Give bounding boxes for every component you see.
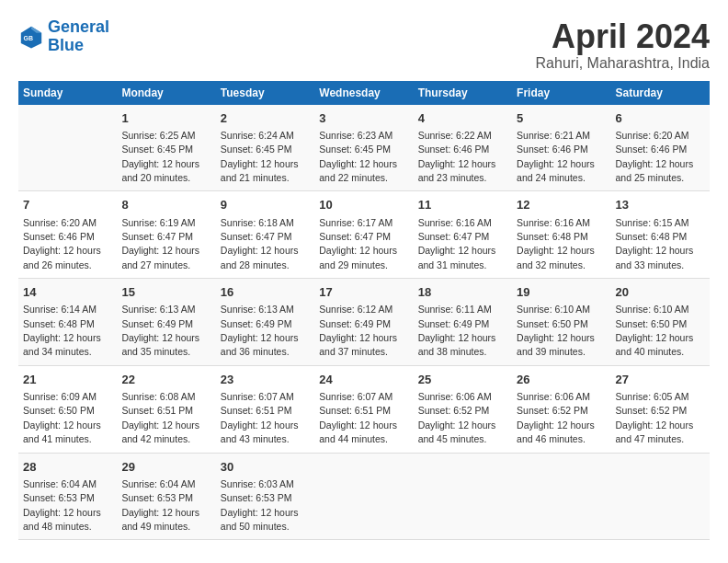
day-number: 8 xyxy=(121,197,210,213)
day-number: 2 xyxy=(221,110,310,127)
day-info: Sunrise: 6:22 AM Sunset: 6:46 PM Dayligh… xyxy=(418,130,496,183)
day-info: Sunrise: 6:06 AM Sunset: 6:52 PM Dayligh… xyxy=(418,391,496,444)
logo-icon: GB xyxy=(18,24,44,50)
day-cell xyxy=(18,105,117,191)
day-cell: 26Sunrise: 6:06 AM Sunset: 6:52 PM Dayli… xyxy=(512,365,610,453)
day-cell: 4Sunrise: 6:22 AM Sunset: 6:46 PM Daylig… xyxy=(414,105,512,191)
day-info: Sunrise: 6:04 AM Sunset: 6:53 PM Dayligh… xyxy=(23,478,101,532)
day-info: Sunrise: 6:07 AM Sunset: 6:51 PM Dayligh… xyxy=(319,391,397,444)
day-info: Sunrise: 6:19 AM Sunset: 6:47 PM Dayligh… xyxy=(121,217,199,270)
day-info: Sunrise: 6:08 AM Sunset: 6:51 PM Dayligh… xyxy=(121,391,199,444)
header-cell-thursday: Thursday xyxy=(414,81,512,105)
svg-text:GB: GB xyxy=(24,35,33,41)
page-header: GB General Blue April 2024 Rahuri, Mahar… xyxy=(18,18,710,72)
day-number: 17 xyxy=(319,284,408,301)
day-info: Sunrise: 6:21 AM Sunset: 6:46 PM Dayligh… xyxy=(517,130,595,183)
day-cell: 23Sunrise: 6:07 AM Sunset: 6:51 PM Dayli… xyxy=(216,365,314,453)
day-info: Sunrise: 6:13 AM Sunset: 6:49 PM Dayligh… xyxy=(121,304,199,357)
day-cell: 14Sunrise: 6:14 AM Sunset: 6:48 PM Dayli… xyxy=(18,279,117,366)
day-cell xyxy=(414,453,512,540)
page-title: April 2024 xyxy=(536,18,710,55)
day-cell: 15Sunrise: 6:13 AM Sunset: 6:49 PM Dayli… xyxy=(117,279,215,366)
day-info: Sunrise: 6:05 AM Sunset: 6:52 PM Dayligh… xyxy=(616,391,694,444)
day-number: 16 xyxy=(221,284,310,301)
header-cell-wednesday: Wednesday xyxy=(314,81,413,105)
day-number: 12 xyxy=(517,197,606,213)
day-cell: 18Sunrise: 6:11 AM Sunset: 6:49 PM Dayli… xyxy=(414,279,512,366)
day-cell: 9Sunrise: 6:18 AM Sunset: 6:47 PM Daylig… xyxy=(216,191,314,279)
header-row: SundayMondayTuesdayWednesdayThursdayFrid… xyxy=(18,81,710,105)
day-info: Sunrise: 6:12 AM Sunset: 6:49 PM Dayligh… xyxy=(319,304,397,357)
day-info: Sunrise: 6:06 AM Sunset: 6:52 PM Dayligh… xyxy=(517,391,595,444)
day-cell: 13Sunrise: 6:15 AM Sunset: 6:48 PM Dayli… xyxy=(611,191,710,279)
day-info: Sunrise: 6:20 AM Sunset: 6:46 PM Dayligh… xyxy=(23,217,101,270)
day-info: Sunrise: 6:09 AM Sunset: 6:50 PM Dayligh… xyxy=(23,391,101,444)
day-info: Sunrise: 6:17 AM Sunset: 6:47 PM Dayligh… xyxy=(319,217,397,270)
day-info: Sunrise: 6:10 AM Sunset: 6:50 PM Dayligh… xyxy=(517,304,595,357)
day-cell: 29Sunrise: 6:04 AM Sunset: 6:53 PM Dayli… xyxy=(117,453,215,540)
day-cell: 21Sunrise: 6:09 AM Sunset: 6:50 PM Dayli… xyxy=(18,365,117,453)
day-cell: 27Sunrise: 6:05 AM Sunset: 6:52 PM Dayli… xyxy=(611,365,710,453)
header-cell-friday: Friday xyxy=(512,81,610,105)
day-number: 27 xyxy=(616,372,705,388)
day-cell: 25Sunrise: 6:06 AM Sunset: 6:52 PM Dayli… xyxy=(414,365,512,453)
day-cell: 16Sunrise: 6:13 AM Sunset: 6:49 PM Dayli… xyxy=(216,279,314,366)
week-row-3: 14Sunrise: 6:14 AM Sunset: 6:48 PM Dayli… xyxy=(18,279,710,366)
day-number: 1 xyxy=(121,110,210,127)
day-number: 22 xyxy=(121,372,210,388)
day-number: 4 xyxy=(418,110,507,127)
day-cell: 22Sunrise: 6:08 AM Sunset: 6:51 PM Dayli… xyxy=(117,365,215,453)
day-cell: 3Sunrise: 6:23 AM Sunset: 6:45 PM Daylig… xyxy=(314,105,413,191)
day-info: Sunrise: 6:18 AM Sunset: 6:47 PM Dayligh… xyxy=(221,217,299,270)
day-info: Sunrise: 6:15 AM Sunset: 6:48 PM Dayligh… xyxy=(616,217,694,270)
day-cell: 5Sunrise: 6:21 AM Sunset: 6:46 PM Daylig… xyxy=(512,105,610,191)
logo-text: General Blue xyxy=(48,18,109,55)
day-info: Sunrise: 6:25 AM Sunset: 6:45 PM Dayligh… xyxy=(121,130,199,183)
day-number: 6 xyxy=(616,110,705,127)
page-subtitle: Rahuri, Maharashtra, India xyxy=(536,55,710,72)
day-info: Sunrise: 6:11 AM Sunset: 6:49 PM Dayligh… xyxy=(418,304,496,357)
day-cell: 7Sunrise: 6:20 AM Sunset: 6:46 PM Daylig… xyxy=(18,191,117,279)
day-info: Sunrise: 6:24 AM Sunset: 6:45 PM Dayligh… xyxy=(221,130,299,183)
week-row-5: 28Sunrise: 6:04 AM Sunset: 6:53 PM Dayli… xyxy=(18,453,710,540)
day-number: 18 xyxy=(418,284,507,301)
header-cell-sunday: Sunday xyxy=(18,81,117,105)
day-cell: 28Sunrise: 6:04 AM Sunset: 6:53 PM Dayli… xyxy=(18,453,117,540)
day-number: 7 xyxy=(23,197,112,213)
day-info: Sunrise: 6:10 AM Sunset: 6:50 PM Dayligh… xyxy=(616,304,694,357)
day-number: 10 xyxy=(319,197,408,213)
day-cell xyxy=(512,453,610,540)
day-cell: 20Sunrise: 6:10 AM Sunset: 6:50 PM Dayli… xyxy=(611,279,710,366)
day-cell xyxy=(611,453,710,540)
day-cell xyxy=(314,453,413,540)
day-number: 23 xyxy=(221,372,310,388)
day-number: 28 xyxy=(23,459,112,476)
week-row-1: 1Sunrise: 6:25 AM Sunset: 6:45 PM Daylig… xyxy=(18,105,710,191)
day-number: 15 xyxy=(121,284,210,301)
day-cell: 19Sunrise: 6:10 AM Sunset: 6:50 PM Dayli… xyxy=(512,279,610,366)
day-cell: 24Sunrise: 6:07 AM Sunset: 6:51 PM Dayli… xyxy=(314,365,413,453)
day-info: Sunrise: 6:04 AM Sunset: 6:53 PM Dayligh… xyxy=(121,478,199,532)
day-cell: 10Sunrise: 6:17 AM Sunset: 6:47 PM Dayli… xyxy=(314,191,413,279)
day-number: 26 xyxy=(517,372,606,388)
day-cell: 11Sunrise: 6:16 AM Sunset: 6:47 PM Dayli… xyxy=(414,191,512,279)
day-number: 13 xyxy=(616,197,705,213)
day-cell: 8Sunrise: 6:19 AM Sunset: 6:47 PM Daylig… xyxy=(117,191,215,279)
day-cell: 1Sunrise: 6:25 AM Sunset: 6:45 PM Daylig… xyxy=(117,105,215,191)
day-cell: 17Sunrise: 6:12 AM Sunset: 6:49 PM Dayli… xyxy=(314,279,413,366)
day-number: 24 xyxy=(319,372,408,388)
week-row-2: 7Sunrise: 6:20 AM Sunset: 6:46 PM Daylig… xyxy=(18,191,710,279)
day-cell: 12Sunrise: 6:16 AM Sunset: 6:48 PM Dayli… xyxy=(512,191,610,279)
day-cell: 2Sunrise: 6:24 AM Sunset: 6:45 PM Daylig… xyxy=(216,105,314,191)
logo-line2: Blue xyxy=(48,36,84,54)
calendar-table: SundayMondayTuesdayWednesdayThursdayFrid… xyxy=(18,81,710,541)
day-number: 20 xyxy=(616,284,705,301)
header-cell-monday: Monday xyxy=(117,81,215,105)
day-info: Sunrise: 6:13 AM Sunset: 6:49 PM Dayligh… xyxy=(221,304,299,357)
day-info: Sunrise: 6:14 AM Sunset: 6:48 PM Dayligh… xyxy=(23,304,101,357)
day-number: 14 xyxy=(23,284,112,301)
day-info: Sunrise: 6:07 AM Sunset: 6:51 PM Dayligh… xyxy=(221,391,299,444)
day-number: 29 xyxy=(121,459,210,476)
day-number: 9 xyxy=(221,197,310,213)
day-number: 30 xyxy=(221,459,310,476)
